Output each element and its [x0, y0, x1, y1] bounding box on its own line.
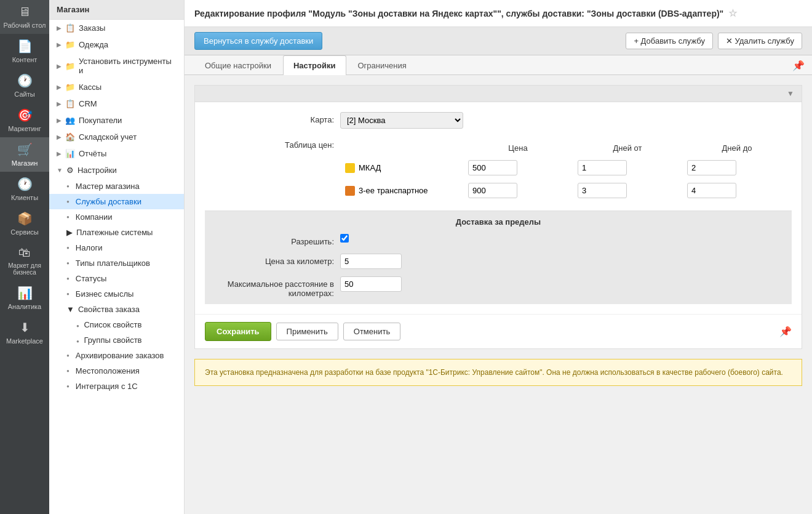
- days-from-input[interactable]: [578, 183, 627, 198]
- sidebar-item-sites[interactable]: 🕐 Сайты: [0, 68, 49, 103]
- bullet-icon: ●: [66, 245, 70, 251]
- days-to-cell: [682, 179, 792, 202]
- sidebar-item-crm[interactable]: ▶ 📋 CRM: [49, 95, 184, 112]
- bullet-icon: ●: [66, 199, 70, 204]
- sidebar-item-orders[interactable]: ▶ 📋 Заказы: [49, 20, 184, 36]
- sidebar-item-tools[interactable]: ▶ 📁 Установить инструменты и: [49, 53, 184, 79]
- bullet-icon: ●: [66, 214, 70, 220]
- sites-icon: 🕐: [17, 73, 33, 88]
- nav-icon: 📋: [65, 99, 75, 108]
- nav-icon: 📁: [65, 82, 75, 92]
- sidebar-item-delivery[interactable]: ● Службы доставки: [49, 194, 184, 209]
- sidebar-item-services[interactable]: 📦 Сервисы: [0, 206, 49, 241]
- price-table-label: Таблица цен:: [205, 137, 340, 150]
- sidebar-item-label: Аналитика: [8, 303, 41, 310]
- price-cell: [463, 179, 573, 202]
- desktop-icon: 🖥: [18, 5, 31, 19]
- sidebar-item-desktop[interactable]: 🖥 Рабочий стол: [0, 0, 49, 34]
- apply-button[interactable]: Применить: [276, 323, 338, 340]
- days-to-input[interactable]: [687, 183, 736, 198]
- sidebar-item-cashier[interactable]: ▶ 📁 Кассы: [49, 79, 184, 95]
- sidebar-item-prop-groups[interactable]: ● Группы свойств: [49, 332, 184, 348]
- zone-color-dot: [345, 186, 355, 196]
- sidebar-item-shop[interactable]: 🛒 Магазин: [0, 137, 49, 172]
- bullet-icon: ●: [66, 260, 70, 266]
- cancel-button[interactable]: Отменить: [343, 323, 400, 340]
- pin-icon[interactable]: 📌: [792, 59, 805, 71]
- sidebar-item-integration[interactable]: ● Интеграция с 1С: [49, 379, 184, 394]
- collapse-icon[interactable]: ▼: [787, 89, 794, 98]
- add-service-button[interactable]: + Добавить службу: [626, 33, 713, 49]
- arrow-icon: ▶: [66, 228, 73, 237]
- sidebar-item-content[interactable]: 📄 Контент: [0, 34, 49, 68]
- arrow-icon: ▶: [57, 150, 62, 157]
- price-cell: [463, 156, 573, 179]
- nav-panel: Магазин ▶ 📋 Заказы ▶ 📁 Одежда ▶ 📁 Устано…: [49, 0, 185, 514]
- price-input[interactable]: [468, 183, 517, 198]
- sidebar-item-clients[interactable]: 🕐 Клиенты: [0, 172, 49, 206]
- price-input[interactable]: [468, 160, 517, 175]
- main-content: Редактирование профиля "Модуль "Зоны дос…: [185, 0, 812, 514]
- sidebar-item-taxes[interactable]: ● Налоги: [49, 240, 184, 255]
- price-per-km-input[interactable]: [340, 254, 402, 269]
- zone-name-cell: МКАД: [340, 156, 463, 179]
- allow-checkbox[interactable]: [340, 234, 349, 243]
- sidebar-item-market[interactable]: 🛍 Маркет для бизнеса: [0, 241, 49, 281]
- sidebar-item-wizard[interactable]: ● Мастер магазина: [49, 179, 184, 194]
- sidebar-item-companies[interactable]: ● Компании: [49, 209, 184, 225]
- action-buttons: Сохранить Применить Отменить 📌: [195, 314, 802, 348]
- bullet-icon: ●: [76, 339, 79, 344]
- delivery-beyond-section: Доставка за пределы Разрешить: Цена за к…: [205, 211, 792, 304]
- delete-service-button[interactable]: ✕ Удалить службу: [718, 33, 802, 49]
- price-table: Цена Дней от Дней до: [340, 140, 792, 202]
- tab-settings[interactable]: Настройки: [283, 55, 346, 75]
- sidebar-item-marketplace[interactable]: ⬇ Marketplace: [0, 315, 49, 350]
- sidebar-item-analytics[interactable]: 📊 Аналитика: [0, 281, 49, 315]
- sidebar-item-label: Контент: [12, 56, 38, 63]
- sidebar-item-archive[interactable]: ● Архивирование заказов: [49, 348, 184, 363]
- sidebar-item-meanings[interactable]: ● Бизнес смыслы: [49, 286, 184, 302]
- allow-row: Разрешить:: [205, 234, 792, 246]
- arrow-icon: ▶: [57, 25, 62, 31]
- sidebar-item-reports[interactable]: ▶ 📊 Отчёты: [49, 145, 184, 162]
- sidebar-item-warehouse[interactable]: ▶ 🏠 Складской учет: [49, 129, 184, 145]
- pin-bottom-icon[interactable]: 📌: [779, 326, 792, 337]
- arrow-icon: ▶: [57, 63, 62, 70]
- sidebar-item-statuses[interactable]: ● Статусы: [49, 271, 184, 286]
- nav-icon: ⚙: [66, 166, 74, 175]
- sidebar-item-buyers[interactable]: ▶ 👥 Покупатели: [49, 112, 184, 129]
- clients-icon: 🕐: [17, 177, 33, 191]
- price-table-control: Цена Дней от Дней до: [340, 137, 792, 202]
- sidebar-item-payer-types[interactable]: ● Типы плательщиков: [49, 255, 184, 271]
- nav-icon: 📋: [65, 23, 75, 33]
- max-distance-label: Максимальное расстояние в километрах:: [205, 276, 340, 298]
- arrow-icon: ▶: [57, 117, 62, 124]
- sidebar-item-label: Сайты: [14, 90, 34, 98]
- tab-general[interactable]: Общие настройки: [194, 55, 282, 75]
- max-distance-input[interactable]: [340, 276, 402, 292]
- sidebar: 🖥 Рабочий стол 📄 Контент 🕐 Сайты 🎯 Марке…: [0, 0, 49, 514]
- shop-icon: 🛒: [17, 142, 33, 157]
- sidebar-item-payments[interactable]: ▶ Платежные системы: [49, 225, 184, 240]
- sidebar-item-prop-list[interactable]: ● Список свойств: [49, 317, 184, 332]
- days-to-cell: [682, 156, 792, 179]
- sidebar-item-clothes[interactable]: ▶ 📁 Одежда: [49, 36, 184, 53]
- sidebar-item-settings[interactable]: ▼ ⚙ Настройки: [49, 162, 184, 179]
- sidebar-item-marketing[interactable]: 🎯 Маркетинг: [0, 103, 49, 137]
- back-button[interactable]: Вернуться в службу доставки: [194, 32, 322, 50]
- tab-restrictions[interactable]: Ограничения: [348, 55, 417, 75]
- save-button[interactable]: Сохранить: [205, 322, 271, 341]
- bullet-icon: ●: [66, 383, 70, 389]
- bullet-icon: ●: [66, 276, 70, 281]
- zone-color-dot: [345, 163, 355, 173]
- days-to-input[interactable]: [687, 160, 736, 175]
- price-table-row: Таблица цен: Цена Дней от Дней до: [205, 137, 792, 202]
- form-area: Карта: [1] Россия[2] Москва[3] Санкт-Пет…: [195, 102, 802, 314]
- map-select[interactable]: [1] Россия[2] Москва[3] Санкт-Петербург: [340, 112, 463, 129]
- sidebar-item-label: Сервисы: [10, 228, 39, 236]
- days-from-input[interactable]: [578, 160, 627, 175]
- sidebar-item-locations[interactable]: ● Местоположения: [49, 363, 184, 379]
- sidebar-item-order-props[interactable]: ▼ Свойства заказа: [49, 302, 184, 317]
- star-icon[interactable]: ☆: [728, 7, 737, 19]
- map-control: [1] Россия[2] Москва[3] Санкт-Петербург: [340, 112, 792, 129]
